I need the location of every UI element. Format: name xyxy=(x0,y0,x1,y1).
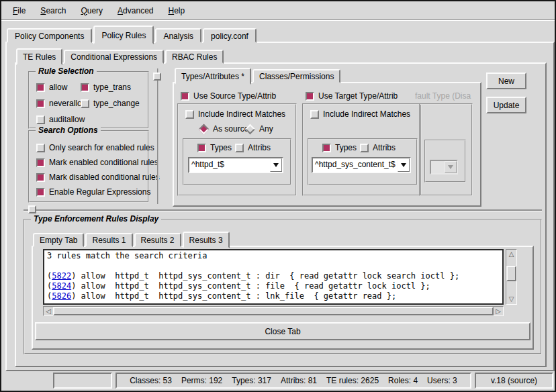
pane-sash-horizontal[interactable] xyxy=(24,209,542,211)
update-button[interactable]: Update xyxy=(486,97,526,113)
checkbox-mark-enabled-conditional[interactable]: Mark enabled conditional rules xyxy=(36,158,158,167)
default-combo-dropdown-button xyxy=(445,161,457,173)
checkbox-source-types[interactable]: Types xyxy=(197,143,232,152)
tab-te-rules[interactable]: TE Rules xyxy=(16,48,62,65)
results-horizontal-scrollbar[interactable]: ◁ ▷ xyxy=(43,306,504,316)
checkbox-type-trans[interactable]: type_trans xyxy=(81,83,131,92)
checkbox-indicator xyxy=(36,173,45,182)
chevron-down-icon xyxy=(448,165,453,169)
checkbox-indicator xyxy=(360,144,369,152)
checkbox-neverallow[interactable]: neverallow xyxy=(36,99,87,108)
status-attribs: Attribs: 81 xyxy=(281,376,317,385)
checkbox-use-target-type[interactable]: Use Target Type/Attrib xyxy=(306,91,398,101)
checkbox-indicator xyxy=(36,99,45,108)
scroll-left-icon[interactable]: ◁ xyxy=(44,307,53,315)
scroll-down-icon[interactable]: ▽ xyxy=(506,295,516,304)
status-types: Types: 317 xyxy=(232,376,271,385)
rule-id-link[interactable]: 5826 xyxy=(52,291,71,301)
checkbox-indicator xyxy=(36,144,45,152)
tab-rbac-rules[interactable]: RBAC Rules xyxy=(165,50,224,64)
scroll-right-icon[interactable]: ▷ xyxy=(494,307,503,315)
checkbox-auditallow[interactable]: auditallow xyxy=(36,115,85,124)
source-type-value[interactable]: ^httpd_t$ xyxy=(189,158,270,172)
scroll-up-icon[interactable]: △ xyxy=(506,250,516,259)
tab-policy-conf[interactable]: policy.conf xyxy=(203,28,257,43)
radio-as-source[interactable]: As source xyxy=(199,124,248,134)
checkbox-indicator xyxy=(322,144,331,152)
status-perms: Perms: 192 xyxy=(181,376,222,385)
checkbox-allow[interactable]: allow xyxy=(36,83,67,92)
menu-advanced[interactable]: Advanced xyxy=(115,5,155,16)
pane-sash-vertical[interactable] xyxy=(157,68,158,204)
checkbox-indicator xyxy=(36,115,45,124)
tab-policy-components[interactable]: Policy Components xyxy=(7,28,92,43)
checkbox-source-attribs[interactable]: Attribs xyxy=(235,143,271,152)
radio-indicator xyxy=(199,124,210,134)
status-stats-cell: Classes: 53 Perms: 192 Types: 317 Attrib… xyxy=(115,373,471,389)
types-attribs-tab-strip: Types/Attributes * Classes/Permissions xyxy=(175,68,342,83)
rule-line: (5826) allow httpd_t httpd_sys_content_t… xyxy=(47,291,500,301)
checkbox-target-attribs[interactable]: Attribs xyxy=(360,143,396,152)
tab-results-3[interactable]: Results 3 xyxy=(183,232,230,248)
status-classes: Classes: 53 xyxy=(130,376,172,385)
tab-empty-tab[interactable]: Empty Tab xyxy=(33,233,84,247)
checkbox-indicator xyxy=(235,144,244,152)
status-left-cell xyxy=(53,373,112,389)
results-vertical-scrollbar[interactable]: △ ▽ xyxy=(506,249,517,305)
tab-conditional-expressions[interactable]: Conditional Expressions xyxy=(64,50,164,64)
checkbox-indicator xyxy=(310,110,319,119)
menu-query[interactable]: Query xyxy=(79,5,105,16)
status-version-cell: v.18 (source) xyxy=(475,373,553,389)
default-type-combobox xyxy=(430,160,458,175)
rule-id-link[interactable]: 5824 xyxy=(52,281,71,291)
checkbox-indicator xyxy=(306,92,314,101)
scrollbar-thumb[interactable] xyxy=(506,266,516,282)
checkbox-mark-disabled-conditional[interactable]: Mark disabled conditional rules xyxy=(36,173,160,182)
status-te-rules: TE rules: 2625 xyxy=(326,376,379,385)
source-type-combobox[interactable]: ^httpd_t$ xyxy=(188,157,283,173)
te-rules-display-title: Type Enforcement Rules Display xyxy=(31,214,161,224)
checkbox-indicator xyxy=(81,83,89,92)
menu-file[interactable]: File xyxy=(11,5,28,16)
default-type-value xyxy=(431,161,445,173)
target-type-combobox[interactable]: ^httpd_sys_content_t$ xyxy=(312,157,411,173)
tab-results-1[interactable]: Results 1 xyxy=(85,233,132,247)
menu-help[interactable]: Help xyxy=(166,5,187,16)
tab-results-2[interactable]: Results 2 xyxy=(134,233,181,247)
checkbox-indicator xyxy=(185,110,194,119)
tab-classes-permissions[interactable]: Classes/Permissions xyxy=(252,69,340,83)
search-options-title: Search Options xyxy=(36,126,101,135)
scrollbar-thumb[interactable] xyxy=(53,307,494,315)
checkbox-target-include-indirect[interactable]: Include Indirect Matches xyxy=(310,109,410,119)
rule-selection-title: Rule Selection xyxy=(36,66,97,76)
menu-search[interactable]: Search xyxy=(38,5,68,16)
rule-tab-strip: TE Rules Conditional Expressions RBAC Ru… xyxy=(16,48,225,64)
tab-types-attributes[interactable]: Types/Attributes * xyxy=(175,68,251,85)
pane-sash-handle[interactable] xyxy=(153,72,161,81)
checkbox-use-source-type[interactable]: Use Source Type/Attrib xyxy=(181,91,276,101)
rule-line: (5824) allow httpd_t httpd_sys_content_t… xyxy=(47,281,500,291)
rule-id-link[interactable]: 5822 xyxy=(52,271,71,281)
results-text-area[interactable]: 3 rules match the search criteria (5822)… xyxy=(43,249,504,305)
checkbox-only-enabled-rules[interactable]: Only search for enabled rules xyxy=(36,143,154,152)
checkbox-enable-regex[interactable]: Enable Regular Expressions xyxy=(36,187,150,197)
results-summary: 3 rules match the search criteria xyxy=(47,251,500,261)
rule-line: (5822) allow httpd_t httpd_sys_content_t… xyxy=(47,271,500,281)
checkbox-indicator xyxy=(181,92,189,101)
checkbox-target-types[interactable]: Types xyxy=(322,143,357,152)
checkbox-type-change[interactable]: type_change xyxy=(81,99,140,108)
new-button[interactable]: New xyxy=(486,72,526,89)
policy-version-label: v.18 (source) xyxy=(491,376,537,385)
checkbox-indicator xyxy=(36,158,45,167)
tab-analysis[interactable]: Analysis xyxy=(155,28,201,43)
target-type-value[interactable]: ^httpd_sys_content_t$ xyxy=(313,158,398,172)
pane-sash-handle-horizontal[interactable] xyxy=(28,205,36,213)
close-tab-button[interactable]: Close Tab xyxy=(35,322,530,340)
checkbox-indicator xyxy=(36,83,45,92)
checkbox-source-include-indirect[interactable]: Include Indirect Matches xyxy=(185,109,285,119)
chevron-down-icon xyxy=(273,163,279,167)
target-combo-dropdown-button[interactable] xyxy=(398,158,410,172)
tab-policy-rules[interactable]: Policy Rules xyxy=(93,26,154,44)
radio-any[interactable]: Any xyxy=(245,124,273,134)
source-combo-dropdown-button[interactable] xyxy=(270,158,282,172)
